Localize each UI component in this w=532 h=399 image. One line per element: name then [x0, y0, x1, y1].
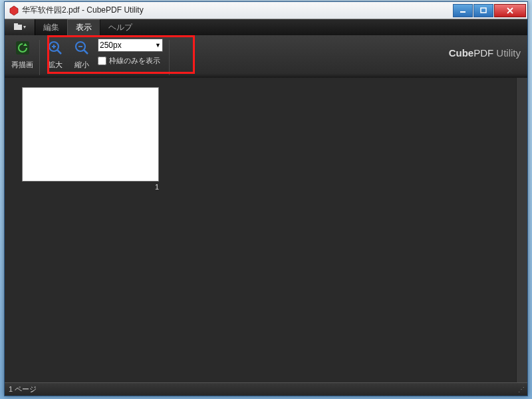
- ribbon-separator: [39, 40, 40, 75]
- svg-marker-7: [23, 26, 26, 29]
- titlebar: 华军软件园2.pdf - CubePDF Utility: [5, 2, 527, 19]
- resize-grip[interactable]: ⋰: [518, 386, 523, 393]
- ribbon-separator: [169, 40, 170, 75]
- ribbon: 再描画 拡大 縮小 250px ▼ 枠線のみを表示: [5, 35, 527, 78]
- zoom-out-button[interactable]: 縮小: [68, 37, 95, 78]
- tab-view[interactable]: 表示: [67, 19, 100, 35]
- zoom-out-icon: [72, 39, 91, 57]
- zoom-size-select[interactable]: 250px ▼: [98, 39, 163, 52]
- page-number-label: 1: [155, 183, 159, 191]
- status-text: 1 ページ: [9, 384, 37, 394]
- svg-rect-1: [460, 11, 466, 13]
- svg-line-11: [57, 50, 61, 54]
- file-menu-button[interactable]: [5, 19, 35, 35]
- zoom-in-icon: [46, 39, 65, 57]
- tab-help[interactable]: ヘルプ: [100, 19, 140, 35]
- menubar: 編集 表示 ヘルプ: [5, 19, 527, 35]
- svg-rect-5: [14, 25, 22, 30]
- svg-marker-0: [10, 6, 18, 15]
- svg-rect-6: [14, 23, 18, 25]
- brand-label: CubePDF Utility: [449, 47, 521, 59]
- zoom-controls: 250px ▼ 枠線のみを表示: [95, 37, 167, 78]
- redraw-label: 再描画: [11, 60, 33, 70]
- statusbar: 1 ページ ⋰: [5, 382, 527, 396]
- zoom-in-label: 拡大: [48, 60, 63, 70]
- page-thumbnail[interactable]: [22, 87, 159, 182]
- chevron-down-icon: ▼: [155, 42, 161, 49]
- page-thumbnail-area: 1: [5, 78, 527, 382]
- app-window: 华军软件园2.pdf - CubePDF Utility 編集 表示 ヘルプ 再…: [4, 1, 528, 396]
- window-title: 华军软件园2.pdf - CubePDF Utility: [22, 5, 452, 16]
- tab-edit[interactable]: 編集: [35, 19, 67, 35]
- frame-only-checkbox[interactable]: 枠線のみを表示: [98, 56, 163, 66]
- window-buttons: [452, 4, 526, 17]
- redraw-button[interactable]: 再描画: [7, 37, 37, 78]
- maximize-button[interactable]: [473, 4, 493, 17]
- svg-line-15: [84, 50, 88, 54]
- vertical-scrollbar[interactable]: [516, 78, 527, 382]
- frame-only-input[interactable]: [98, 57, 106, 65]
- zoom-in-button[interactable]: 拡大: [42, 37, 68, 78]
- refresh-icon: [13, 39, 32, 57]
- svg-rect-2: [481, 8, 486, 13]
- frame-only-label: 枠線のみを表示: [109, 56, 160, 66]
- app-icon: [9, 5, 19, 16]
- zoom-size-value: 250px: [100, 41, 122, 50]
- close-button[interactable]: [494, 4, 526, 17]
- minimize-button[interactable]: [453, 4, 473, 17]
- zoom-out-label: 縮小: [74, 60, 89, 70]
